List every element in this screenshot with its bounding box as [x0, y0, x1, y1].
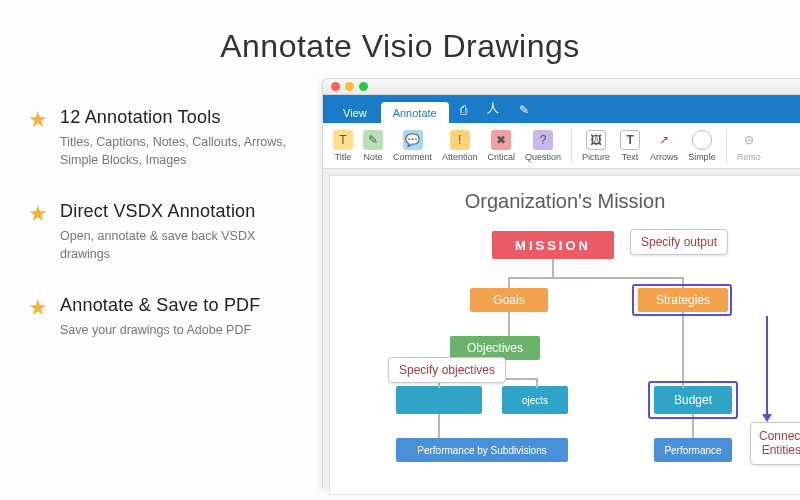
star-icon: ★: [28, 295, 56, 340]
tab-annotate[interactable]: Annotate: [381, 102, 449, 123]
export-icon[interactable]: 人: [478, 100, 508, 123]
feature-desc: Open, annotate & save back VSDX drawings: [60, 228, 290, 263]
feature-desc: Save your drawings to Adobe PDF: [60, 322, 261, 340]
tool-note[interactable]: ✎Note: [359, 130, 387, 162]
tool-comment[interactable]: 💬Comment: [389, 130, 436, 162]
tool-text[interactable]: TText: [616, 130, 644, 162]
connector-line: [508, 277, 510, 289]
share-icon[interactable]: ✎: [510, 103, 538, 123]
selection-box[interactable]: [632, 284, 732, 316]
connector-line: [536, 378, 538, 388]
features-list: ★ 12 Annotation Tools Titles, Captions, …: [0, 89, 300, 372]
star-icon: ★: [28, 107, 56, 169]
tool-question[interactable]: ?Question: [521, 130, 565, 162]
tool-title[interactable]: TTitle: [329, 130, 357, 162]
node-org-subdivisions[interactable]: [396, 386, 482, 414]
annotation-note[interactable]: Specify objectives: [388, 357, 506, 383]
tool-simple[interactable]: Simple: [684, 130, 720, 162]
selection-box[interactable]: [648, 381, 738, 419]
tab-view[interactable]: View: [331, 102, 379, 123]
node-mission[interactable]: MISSION: [492, 231, 614, 259]
connector-line: [552, 259, 554, 277]
tool-picture[interactable]: 🖼Picture: [578, 130, 614, 162]
tab-bar: View Annotate ⎙ 人 ✎: [323, 95, 800, 123]
feature-item: ★ Direct VSDX Annotation Open, annotate …: [28, 201, 300, 263]
tool-arrows[interactable]: ↗Arrows: [646, 130, 682, 162]
page-title: Annotate Visio Drawings: [0, 0, 800, 89]
node-performance-subdivisions[interactable]: Performance by Subdivisions: [396, 438, 568, 462]
tool-remove[interactable]: ⊖Remo: [733, 130, 765, 162]
connector-line: [508, 277, 684, 279]
tool-attention[interactable]: !Attention: [438, 130, 482, 162]
star-icon: ★: [28, 201, 56, 263]
minimize-icon[interactable]: [345, 82, 354, 91]
toolbar-separator: [726, 129, 727, 163]
connector-line: [508, 312, 510, 336]
app-window: View Annotate ⎙ 人 ✎ TTitle ✎Note 💬Commen…: [322, 78, 800, 488]
toolbar: TTitle ✎Note 💬Comment !Attention ✖Critic…: [323, 123, 800, 169]
annotation-note[interactable]: Specify output: [630, 229, 728, 255]
feature-title: 12 Annotation Tools: [60, 107, 290, 128]
node-goals[interactable]: Goals: [470, 288, 548, 312]
annotation-note[interactable]: Connect Entities: [750, 422, 800, 465]
node-projects[interactable]: ojects: [502, 386, 568, 414]
tool-critical[interactable]: ✖Critical: [484, 130, 520, 162]
feature-title: Direct VSDX Annotation: [60, 201, 290, 222]
feature-desc: Titles, Captions, Notes, Callouts, Arrow…: [60, 134, 290, 169]
node-performance[interactable]: Performance: [654, 438, 732, 462]
window-titlebar: [323, 79, 800, 95]
maximize-icon[interactable]: [359, 82, 368, 91]
connector-line: [438, 414, 440, 438]
feature-item: ★ 12 Annotation Tools Titles, Captions, …: [28, 107, 300, 169]
toolbar-separator: [571, 129, 572, 163]
print-icon[interactable]: ⎙: [451, 103, 476, 123]
connector-line: [682, 312, 684, 388]
feature-item: ★ Annotate & Save to PDF Save your drawi…: [28, 295, 300, 340]
close-icon[interactable]: [331, 82, 340, 91]
feature-title: Annotate & Save to PDF: [60, 295, 261, 316]
canvas-title: Organization's Mission: [340, 190, 790, 213]
drawing-canvas[interactable]: Organization's Mission MISSION Goals Str…: [329, 175, 800, 495]
